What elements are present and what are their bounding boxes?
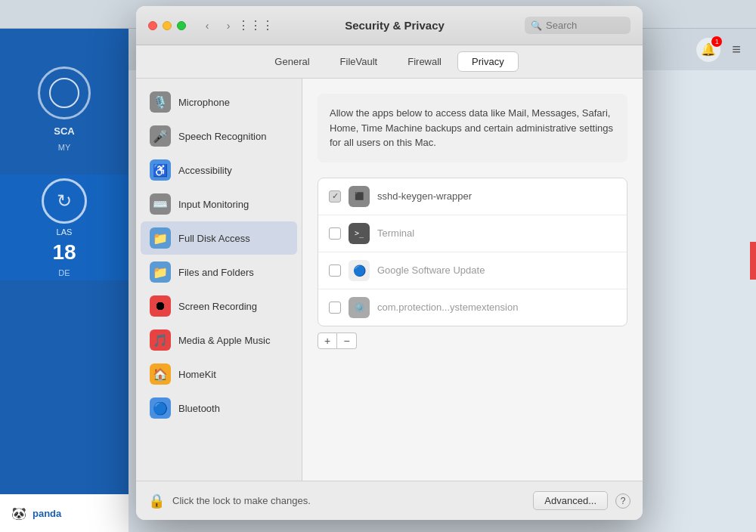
search-icon: 🔍	[531, 20, 542, 31]
minimize-button[interactable]	[163, 21, 172, 30]
system-preferences-window: ‹ › ⋮⋮⋮ Security & Privacy 🔍 General Fil…	[136, 6, 643, 520]
sidebar-item-microphone[interactable]: 🎙️ Microphone	[141, 85, 297, 119]
sidebar-label-bluetooth: Bluetooth	[178, 403, 220, 414]
app-name-sshd: sshd-keygen-wrapper	[377, 190, 472, 202]
sidebar-item-full-disk-access[interactable]: 📁 Full Disk Access	[141, 221, 297, 255]
modal-titlebar: ‹ › ⋮⋮⋮ Security & Privacy 🔍	[136, 6, 643, 45]
refresh-icon: ↻	[42, 178, 87, 224]
app-checkbox-google[interactable]	[329, 264, 341, 277]
sidebar-label-screen-recording: Screen Recording	[178, 301, 257, 312]
maximize-button[interactable]	[177, 21, 186, 30]
microphone-icon: 🎙️	[150, 91, 171, 113]
app-item-google-software-update: 🔵 Google Software Update	[318, 252, 627, 289]
app-name-google: Google Software Update	[377, 264, 485, 276]
notification-button[interactable]: 🔔 1	[696, 38, 720, 62]
modal-footer: 🔒 Click the lock to make changes. Advanc…	[136, 481, 643, 520]
app-name-terminal: Terminal	[377, 227, 414, 239]
remove-app-button[interactable]: −	[337, 332, 357, 349]
app-checkbox-com-protection[interactable]	[329, 302, 341, 314]
sidebar-item-media-apple-music[interactable]: 🎵 Media & Apple Music	[141, 323, 297, 357]
homekit-icon: 🏠	[150, 363, 171, 385]
nav-arrows: ‹ ›	[198, 17, 237, 35]
app-icon-google: 🔵	[349, 260, 370, 281]
my-label: MY	[58, 143, 71, 152]
tab-privacy[interactable]: Privacy	[457, 51, 519, 72]
full-disk-access-icon: 📁	[150, 227, 171, 249]
media-music-icon: 🎵	[150, 329, 171, 351]
add-app-button[interactable]: +	[318, 332, 337, 349]
sidebar-item-files-and-folders[interactable]: 📁 Files and Folders	[141, 255, 297, 289]
sidebar-label-microphone: Microphone	[178, 97, 230, 108]
sidebar-item-speech-recognition[interactable]: 🎤 Speech Recognition	[141, 119, 297, 153]
modal-title: Security & Privacy	[274, 19, 516, 32]
sidebar: 🎙️ Microphone 🎤 Speech Recognition ♿ Acc…	[136, 79, 302, 481]
app-icon-terminal: >_	[349, 223, 370, 244]
bluetooth-icon: 🔵	[150, 397, 171, 419]
app-icon-com-protection: ⚙️	[349, 297, 370, 318]
sidebar-label-files-and-folders: Files and Folders	[178, 267, 254, 278]
app-checkbox-terminal[interactable]	[329, 227, 341, 240]
last-label: LAS	[57, 227, 73, 237]
help-button[interactable]: ?	[615, 493, 631, 509]
scan-section: SCA MY	[38, 51, 91, 152]
description-text: Allow the apps below to access data like…	[330, 107, 613, 148]
sidebar-label-homekit: HomeKit	[178, 369, 216, 380]
panda-icon: 🐼	[11, 506, 26, 521]
sidebar-label-input-monitoring: Input Monitoring	[178, 199, 249, 210]
search-box[interactable]: 🔍	[525, 17, 631, 34]
scan-label: SCA	[54, 125, 74, 137]
app-name-com-protection: com.protection...ystemextension	[377, 302, 518, 313]
advanced-button[interactable]: Advanced...	[533, 491, 608, 510]
panda-footer: 🐼 panda	[0, 494, 129, 532]
description-box: Allow the apps below to access data like…	[318, 94, 627, 162]
sidebar-item-homekit[interactable]: 🏠 HomeKit	[141, 357, 297, 391]
screen-recording-icon: ⏺	[150, 295, 171, 317]
sidebar-item-bluetooth[interactable]: 🔵 Bluetooth	[141, 391, 297, 425]
accessibility-icon: ♿	[150, 159, 171, 181]
bg-bottom-panel: ↻ LAS 18 DE	[0, 175, 129, 280]
scan-circle	[38, 66, 91, 119]
window-controls	[148, 21, 186, 30]
number-label: 18	[52, 240, 76, 264]
tab-general[interactable]: General	[260, 51, 324, 72]
back-button[interactable]: ‹	[198, 17, 216, 35]
sidebar-label-speech-recognition: Speech Recognition	[178, 131, 266, 142]
forward-button[interactable]: ›	[219, 17, 237, 35]
red-accent	[750, 242, 756, 280]
main-content: Allow the apps below to access data like…	[302, 79, 643, 481]
app-icon-sshd: ⬛	[349, 186, 370, 207]
app-item-sshd: ⬛ sshd-keygen-wrapper	[318, 178, 627, 215]
grid-button[interactable]: ⋮⋮⋮	[246, 17, 265, 35]
search-input[interactable]	[546, 20, 621, 31]
sidebar-label-full-disk-access: Full Disk Access	[178, 233, 250, 244]
lock-text: Click the lock to make changes.	[172, 495, 525, 506]
app-checkbox-sshd[interactable]	[329, 190, 341, 203]
sidebar-item-screen-recording[interactable]: ⏺ Screen Recording	[141, 289, 297, 323]
sidebar-item-accessibility[interactable]: ♿ Accessibility	[141, 153, 297, 187]
app-item-terminal: >_ Terminal	[318, 215, 627, 252]
sidebar-label-accessibility: Accessibility	[178, 165, 232, 176]
tab-firewall[interactable]: Firewall	[393, 51, 456, 72]
scan-circle-inner	[49, 78, 79, 108]
files-folders-icon: 📁	[150, 261, 171, 283]
apps-list: ⬛ sshd-keygen-wrapper >_ Terminal 🔵 Goog…	[318, 178, 627, 326]
bg-sidebar: SCA MY ↻ LAS 18 DE	[0, 29, 129, 532]
tab-filevault[interactable]: FileVault	[326, 51, 392, 72]
input-monitoring-icon: ⌨️	[150, 193, 171, 215]
sidebar-item-input-monitoring[interactable]: ⌨️ Input Monitoring	[141, 187, 297, 221]
sidebar-label-media-apple-music: Media & Apple Music	[178, 335, 270, 346]
menu-icon[interactable]: ≡	[732, 41, 741, 58]
panda-logo-text: panda	[33, 508, 61, 519]
tabs-bar: General FileVault Firewall Privacy	[136, 45, 643, 79]
notification-badge: 1	[711, 36, 722, 47]
speech-recognition-icon: 🎤	[150, 125, 171, 147]
app-item-com-protection: ⚙️ com.protection...ystemextension	[318, 289, 627, 326]
close-button[interactable]	[148, 21, 157, 30]
modal-body: 🎙️ Microphone 🎤 Speech Recognition ♿ Acc…	[136, 79, 643, 481]
lock-icon[interactable]: 🔒	[148, 493, 165, 509]
list-buttons: + −	[318, 332, 627, 349]
de-label: DE	[58, 268, 70, 277]
